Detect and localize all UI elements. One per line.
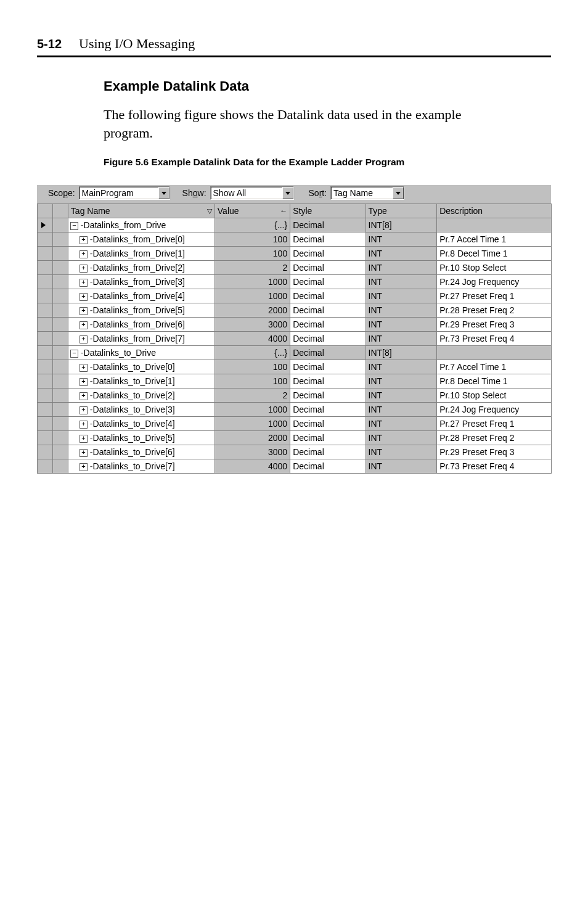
tag-name-cell[interactable]: +-Datalinks_to_Drive[1]	[68, 374, 214, 389]
description-cell[interactable]: Pr.73 Preset Freq 4	[437, 332, 552, 346]
chevron-down-icon[interactable]	[282, 187, 293, 199]
value-cell[interactable]: 100	[214, 247, 290, 261]
header-type[interactable]: Type	[365, 204, 437, 218]
value-cell[interactable]: 100	[214, 232, 290, 247]
table-row[interactable]: +-Datalinks_to_Drive[5]2000DecimalINTPr.…	[38, 431, 552, 445]
row-selector[interactable]	[38, 247, 53, 261]
value-cell[interactable]: 2	[214, 389, 290, 403]
row-selector[interactable]	[38, 232, 53, 247]
row-selector[interactable]	[38, 318, 53, 332]
description-cell[interactable]: Pr.28 Preset Freq 2	[437, 303, 552, 318]
value-cell[interactable]: 1000	[214, 403, 290, 417]
tag-name-cell[interactable]: +-Datalinks_to_Drive[5]	[68, 431, 214, 445]
row-selector[interactable]	[38, 459, 53, 474]
description-cell[interactable]: Pr.10 Stop Select	[437, 261, 552, 275]
tag-name-cell[interactable]: +-Datalinks_to_Drive[6]	[68, 445, 214, 459]
table-row[interactable]: +-Datalinks_from_Drive[7]4000DecimalINTP…	[38, 332, 552, 346]
row-selector[interactable]	[38, 275, 53, 289]
value-cell[interactable]: 3000	[214, 445, 290, 459]
scope-select[interactable]: MainProgram	[79, 186, 170, 200]
table-row[interactable]: +-Datalinks_to_Drive[4]1000DecimalINTPr.…	[38, 417, 552, 431]
value-cell[interactable]: {...}	[214, 346, 290, 360]
row-selector[interactable]	[38, 289, 53, 303]
table-row[interactable]: +-Datalinks_from_Drive[0]100DecimalINTPr…	[38, 232, 552, 247]
style-cell[interactable]: Decimal	[290, 275, 365, 289]
description-cell[interactable]: Pr.24 Jog Frequency	[437, 275, 552, 289]
style-cell[interactable]: Decimal	[290, 303, 365, 318]
row-selector[interactable]	[38, 431, 53, 445]
show-select[interactable]: Show All	[210, 186, 294, 200]
description-cell[interactable]: Pr.27 Preset Freq 1	[437, 417, 552, 431]
table-row[interactable]: +-Datalinks_from_Drive[3]1000DecimalINTP…	[38, 275, 552, 289]
expand-icon[interactable]: +	[80, 293, 88, 301]
row-selector[interactable]	[38, 403, 53, 417]
value-cell[interactable]: 2000	[214, 303, 290, 318]
value-cell[interactable]: 1000	[214, 289, 290, 303]
description-cell[interactable]: Pr.27 Preset Freq 1	[437, 289, 552, 303]
collapse-icon[interactable]: −	[70, 222, 78, 230]
value-cell[interactable]: 1000	[214, 417, 290, 431]
style-cell[interactable]: Decimal	[290, 417, 365, 431]
table-row[interactable]: +-Datalinks_from_Drive[4]1000DecimalINTP…	[38, 289, 552, 303]
row-selector[interactable]	[38, 346, 53, 360]
style-cell[interactable]: Decimal	[290, 445, 365, 459]
value-cell[interactable]: 100	[214, 360, 290, 374]
header-description[interactable]: Description	[437, 204, 552, 218]
table-row[interactable]: +-Datalinks_to_Drive[1]100DecimalINTPr.8…	[38, 374, 552, 389]
tag-name-cell[interactable]: +-Datalinks_from_Drive[3]	[68, 275, 214, 289]
row-selector[interactable]	[38, 332, 53, 346]
tag-name-cell[interactable]: +-Datalinks_from_Drive[5]	[68, 303, 214, 318]
table-row[interactable]: +-Datalinks_to_Drive[0]100DecimalINTPr.7…	[38, 360, 552, 374]
expand-icon[interactable]: +	[80, 307, 88, 315]
style-cell[interactable]: Decimal	[290, 459, 365, 474]
expand-icon[interactable]: +	[80, 321, 88, 329]
style-cell[interactable]: Decimal	[290, 218, 365, 232]
value-cell[interactable]: 2000	[214, 431, 290, 445]
header-selector[interactable]	[38, 204, 53, 218]
expand-icon[interactable]: +	[80, 392, 88, 400]
style-cell[interactable]: Decimal	[290, 346, 365, 360]
style-cell[interactable]: Decimal	[290, 318, 365, 332]
row-selector[interactable]	[38, 374, 53, 389]
tag-name-cell[interactable]: +-Datalinks_from_Drive[6]	[68, 318, 214, 332]
tag-name-cell[interactable]: +-Datalinks_from_Drive[4]	[68, 289, 214, 303]
style-cell[interactable]: Decimal	[290, 247, 365, 261]
expand-icon[interactable]: +	[80, 250, 88, 258]
expand-icon[interactable]: +	[80, 378, 88, 386]
table-row[interactable]: +-Datalinks_to_Drive[7]4000DecimalINTPr.…	[38, 459, 552, 474]
description-cell[interactable]: Pr.29 Preset Freq 3	[437, 318, 552, 332]
style-cell[interactable]: Decimal	[290, 431, 365, 445]
tag-name-cell[interactable]: +-Datalinks_from_Drive[2]	[68, 261, 214, 275]
style-cell[interactable]: Decimal	[290, 389, 365, 403]
table-row[interactable]: +-Datalinks_from_Drive[1]100DecimalINTPr…	[38, 247, 552, 261]
row-selector[interactable]	[38, 417, 53, 431]
table-row[interactable]: +-Datalinks_from_Drive[5]2000DecimalINTP…	[38, 303, 552, 318]
table-row[interactable]: +-Datalinks_from_Drive[6]3000DecimalINTP…	[38, 318, 552, 332]
style-cell[interactable]: Decimal	[290, 289, 365, 303]
style-cell[interactable]: Decimal	[290, 374, 365, 389]
description-cell[interactable]: Pr.8 Decel Time 1	[437, 374, 552, 389]
style-cell[interactable]: Decimal	[290, 261, 365, 275]
row-selector[interactable]	[38, 218, 53, 232]
tag-name-cell[interactable]: +-Datalinks_to_Drive[0]	[68, 360, 214, 374]
table-row[interactable]: +-Datalinks_from_Drive[2]2DecimalINTPr.1…	[38, 261, 552, 275]
row-selector[interactable]	[38, 389, 53, 403]
expand-icon[interactable]: +	[80, 406, 88, 414]
expand-icon[interactable]: +	[80, 421, 88, 429]
description-cell[interactable]: Pr.7 Accel Time 1	[437, 360, 552, 374]
table-row[interactable]: +-Datalinks_to_Drive[3]1000DecimalINTPr.…	[38, 403, 552, 417]
value-cell[interactable]: 4000	[214, 459, 290, 474]
description-cell[interactable]: Pr.7 Accel Time 1	[437, 232, 552, 247]
value-cell[interactable]: 100	[214, 374, 290, 389]
value-cell[interactable]: 2	[214, 261, 290, 275]
header-value[interactable]: Value←	[214, 204, 290, 218]
description-cell[interactable]	[437, 218, 552, 232]
style-cell[interactable]: Decimal	[290, 332, 365, 346]
tag-name-cell[interactable]: +-Datalinks_to_Drive[2]	[68, 389, 214, 403]
expand-icon[interactable]: +	[80, 279, 88, 287]
expand-icon[interactable]: +	[80, 335, 88, 343]
description-cell[interactable]: Pr.73 Preset Freq 4	[437, 459, 552, 474]
style-cell[interactable]: Decimal	[290, 360, 365, 374]
expand-icon[interactable]: +	[80, 435, 88, 443]
tag-name-cell[interactable]: +-Datalinks_from_Drive[7]	[68, 332, 214, 346]
